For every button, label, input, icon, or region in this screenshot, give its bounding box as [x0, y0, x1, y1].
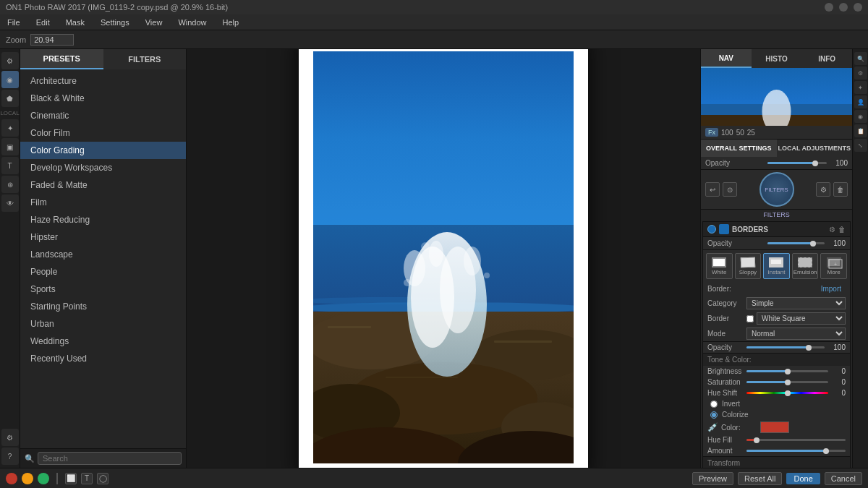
text-btn[interactable]: T	[1, 157, 19, 174]
preset-cinematic[interactable]: Cinematic	[20, 107, 186, 124]
preset-film[interactable]: Film	[20, 194, 186, 211]
preset-haze-reducing[interactable]: Haze Reducing	[20, 211, 186, 228]
menu-window[interactable]: Window	[175, 17, 209, 28]
border-checkbox[interactable]	[746, 315, 754, 322]
amount-slider[interactable]	[746, 450, 846, 452]
mask-btn[interactable]: ⬟	[1, 90, 19, 107]
border-select[interactable]: White Square	[757, 312, 846, 325]
menu-view[interactable]: View	[142, 17, 166, 28]
local-btn[interactable]: ◉	[1, 71, 19, 88]
invert-radio[interactable]	[710, 401, 718, 408]
mode-opacity-slider[interactable]	[746, 346, 825, 348]
preset-color-film[interactable]: Color Film	[20, 124, 186, 142]
text-tool-btn[interactable]: T	[81, 473, 93, 484]
preset-develop-workspaces[interactable]: Develop Workspaces	[20, 159, 186, 176]
minimize-btn[interactable]	[825, 3, 833, 12]
menu-file[interactable]: File	[4, 17, 23, 28]
tab-filters[interactable]: FILTERS	[103, 49, 187, 69]
menu-settings[interactable]: Settings	[98, 17, 132, 28]
preset-people[interactable]: People	[20, 263, 186, 281]
preset-black-white[interactable]: Black & White	[20, 90, 186, 107]
nav-thumbnail	[701, 68, 852, 126]
crop-tool-btn[interactable]: ⬜	[65, 473, 77, 484]
preset-hipster[interactable]: Hipster	[20, 228, 186, 246]
border-opt-more[interactable]: + More	[820, 253, 847, 279]
preset-starting-points[interactable]: Starting Points	[20, 298, 186, 315]
category-label: Category	[707, 299, 744, 307]
tab-histo[interactable]: HISTO	[752, 49, 802, 68]
retouch-btn[interactable]: ⊛	[1, 176, 19, 193]
r-effects-btn[interactable]: ✦	[854, 81, 867, 94]
cancel-btn[interactable]: Cancel	[825, 472, 862, 485]
colorize-radio[interactable]	[710, 411, 718, 419]
preview-btn[interactable]: Preview	[692, 472, 733, 485]
shape-tool-btn[interactable]: ◯	[97, 473, 109, 484]
preset-sports[interactable]: Sports	[20, 281, 186, 298]
help-btn[interactable]: ?	[1, 448, 19, 465]
search-input[interactable]	[38, 452, 182, 465]
r-resize-btn[interactable]: ⤡	[854, 139, 867, 152]
r-layers-btn[interactable]: 📋	[854, 124, 867, 137]
dot-yellow-btn[interactable]	[22, 473, 33, 484]
border-opt-instant[interactable]: Instant	[763, 253, 790, 279]
svg-rect-12	[494, 341, 552, 343]
category-row: Category Simple	[703, 296, 850, 311]
borders-panel-toggle[interactable]	[719, 224, 729, 234]
preset-faded-matte[interactable]: Faded & Matte	[20, 176, 186, 194]
color-swatch[interactable]	[760, 421, 789, 433]
menu-mask[interactable]: Mask	[63, 17, 88, 28]
tab-nav[interactable]: NAV	[701, 49, 752, 68]
opacity-slider[interactable]	[767, 162, 827, 164]
border-opt-emulsion[interactable]: Emulsion	[792, 253, 819, 279]
hue-shift-slider[interactable]	[746, 392, 828, 394]
zoom-input[interactable]	[30, 34, 74, 46]
saturation-slider[interactable]	[746, 381, 828, 383]
filters-circle[interactable]: FILTERS	[760, 172, 794, 207]
borders-gear-icon[interactable]: ⚙	[829, 226, 835, 234]
borders-enable-toggle[interactable]	[707, 225, 716, 234]
maximize-btn[interactable]	[839, 3, 848, 12]
borders-trash-icon[interactable]: 🗑	[838, 226, 846, 234]
tools-btn[interactable]: ⚙	[1, 52, 19, 69]
r-browse-btn[interactable]: 🔍	[854, 52, 867, 65]
action-gear-btn[interactable]: ⚙	[816, 182, 830, 197]
svg-point-21	[484, 273, 490, 278]
reset-all-btn[interactable]: Reset All	[738, 472, 782, 485]
menu-help[interactable]: Help	[220, 17, 242, 28]
r-develop-btn[interactable]: ⚙	[854, 67, 867, 80]
preset-landscape[interactable]: Landscape	[20, 246, 186, 263]
effects-btn[interactable]: ✦	[1, 119, 19, 137]
dot-green-btn[interactable]	[38, 473, 49, 484]
tab-local-adjustments[interactable]: LOCAL ADJUSTMENTS	[777, 140, 853, 157]
tab-overall-settings[interactable]: OVERALL SETTINGS	[701, 140, 777, 157]
action-btn-1[interactable]: ↩	[705, 182, 720, 197]
eyedropper-btn[interactable]: 💉	[707, 422, 718, 432]
menu-edit[interactable]: Edit	[33, 17, 53, 28]
view-btn[interactable]: 👁	[1, 194, 19, 212]
preset-weddings[interactable]: Weddings	[20, 333, 186, 350]
preset-color-grading[interactable]: Color Grading	[20, 142, 186, 159]
preset-architecture[interactable]: Architecture	[20, 72, 186, 90]
mode-select[interactable]: Normal	[746, 328, 846, 340]
svg-point-18	[464, 247, 481, 275]
tab-presets[interactable]: PRESETS	[20, 49, 103, 69]
action-btn-2[interactable]: ⊙	[723, 182, 737, 197]
borders-btn[interactable]: ▣	[1, 138, 19, 155]
r-local-btn[interactable]: ◉	[854, 110, 867, 123]
done-btn[interactable]: Done	[786, 473, 820, 484]
settings-gear-btn[interactable]: ⚙	[1, 429, 19, 446]
import-btn[interactable]: Import	[817, 283, 846, 294]
category-select[interactable]: Simple	[746, 297, 846, 309]
r-portrait-btn[interactable]: 👤	[854, 95, 867, 108]
border-opt-sloppy[interactable]: Sloppy	[735, 253, 762, 279]
borders-opacity-slider[interactable]	[767, 242, 825, 244]
close-btn[interactable]	[854, 3, 862, 12]
border-opt-white[interactable]: White	[706, 253, 733, 279]
tab-info[interactable]: INFO	[801, 49, 852, 68]
preset-recently-used[interactable]: Recently Used	[20, 350, 186, 367]
preset-urban[interactable]: Urban	[20, 315, 186, 333]
action-trash-btn[interactable]: 🗑	[833, 182, 848, 197]
dot-red-btn[interactable]	[6, 473, 17, 484]
brightness-slider[interactable]	[746, 370, 828, 372]
hue-fill-slider[interactable]	[746, 439, 846, 441]
